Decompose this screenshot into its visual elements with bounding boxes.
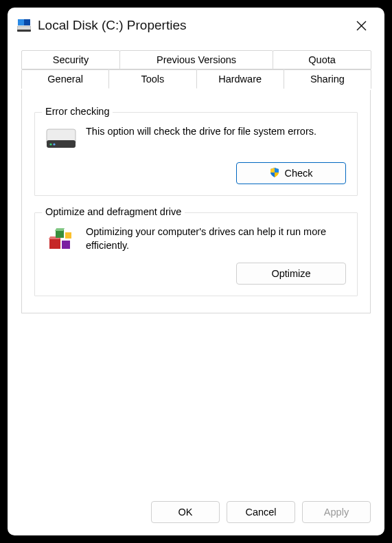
uac-shield-icon	[269, 167, 280, 180]
dialog-content: Security Previous Versions Quota General…	[8, 43, 384, 491]
tab-strip: Security Previous Versions Quota General…	[21, 50, 371, 89]
optimize-group: Optimize and defragment drive Optimizing…	[34, 212, 358, 296]
drive-icon	[17, 19, 31, 32]
close-button[interactable]	[347, 14, 375, 36]
defrag-icon	[46, 225, 76, 253]
svg-rect-14	[55, 228, 65, 231]
optimize-button-label: Optimize	[271, 268, 310, 279]
apply-button: Apply	[302, 501, 371, 523]
check-button-label: Check	[284, 168, 312, 179]
window-title: Local Disk (C:) Properties	[38, 18, 341, 33]
tab-panel-tools: Error checking This option will check th…	[21, 90, 371, 313]
optimize-button[interactable]: Optimize	[236, 263, 346, 285]
titlebar: Local Disk (C:) Properties	[8, 8, 384, 43]
optimize-description: Optimizing your computer's drives can he…	[86, 225, 346, 252]
tab-general[interactable]: General	[21, 69, 109, 89]
tab-hardware[interactable]: Hardware	[196, 69, 284, 89]
tab-security[interactable]: Security	[21, 50, 120, 69]
hard-drive-icon	[46, 125, 76, 153]
error-checking-group: Error checking This option will check th…	[34, 112, 358, 196]
error-checking-description: This option will check the drive for fil…	[86, 125, 316, 139]
svg-rect-10	[49, 238, 60, 249]
error-checking-title: Error checking	[42, 106, 113, 117]
check-button[interactable]: Check	[236, 162, 346, 184]
tab-quota[interactable]: Quota	[273, 50, 371, 69]
dialog-footer: OK Cancel Apply	[8, 491, 384, 535]
svg-rect-15	[65, 232, 71, 239]
svg-point-9	[53, 143, 55, 145]
tab-previous-versions[interactable]: Previous Versions	[119, 50, 273, 69]
svg-rect-1	[18, 19, 24, 25]
optimize-title: Optimize and defragment drive	[42, 206, 185, 217]
svg-rect-12	[62, 241, 70, 249]
cancel-button[interactable]: Cancel	[227, 501, 295, 523]
svg-rect-3	[17, 30, 31, 32]
tab-sharing[interactable]: Sharing	[284, 69, 371, 89]
ok-button[interactable]: OK	[151, 501, 220, 523]
svg-point-8	[49, 143, 51, 145]
properties-dialog: Local Disk (C:) Properties Security Prev…	[8, 8, 384, 535]
tab-tools[interactable]: Tools	[108, 69, 196, 89]
